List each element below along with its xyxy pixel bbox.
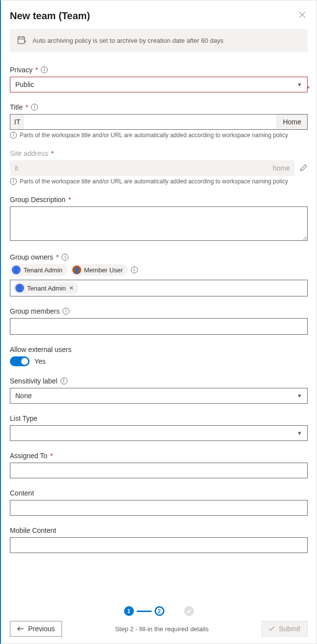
title-input[interactable]	[24, 115, 276, 129]
group-description-field: Group Description *	[10, 196, 308, 242]
allow-external-toggle[interactable]	[10, 356, 30, 366]
step-2[interactable]: 2	[155, 606, 164, 616]
allow-external-label: Allow external users	[10, 346, 71, 353]
avatar-icon: 👤	[12, 265, 21, 274]
site-helper-text: Parts of the workspace title and/or URL …	[20, 178, 288, 185]
avatar-icon: 👤	[72, 265, 81, 274]
archive-policy-banner: Auto archiving policy is set to archive …	[10, 29, 308, 52]
site-helper: i Parts of the workspace title and/or UR…	[10, 178, 308, 185]
required-mark: *	[35, 66, 38, 74]
calendar-icon	[17, 35, 27, 46]
group-owners-field: Group owners * i 👤 Tenant Admin 👤 Member…	[10, 253, 308, 296]
privacy-label: Privacy	[10, 66, 32, 74]
owner-selected-label: Tenant Admin	[27, 285, 66, 292]
group-description-input[interactable]	[10, 206, 308, 241]
footer: 1 2 Previous Step 2 - fill-in the requir…	[10, 606, 308, 637]
site-address-label: Site address	[10, 149, 48, 157]
info-icon[interactable]: i	[131, 266, 138, 273]
group-owners-suggestions: 👤 Tenant Admin 👤 Member User i	[10, 264, 308, 276]
group-members-label-row: Group members i	[10, 307, 308, 315]
sensitivity-label-row: Sensitivity label i	[10, 377, 308, 385]
privacy-value: Public	[15, 81, 34, 88]
owner-suggestion[interactable]: 👤 Tenant Admin	[10, 264, 67, 276]
error-indicator: *	[307, 85, 310, 92]
mobile-content-label: Mobile Content	[10, 527, 56, 534]
required-mark: *	[26, 103, 28, 111]
info-icon[interactable]: i	[31, 104, 38, 111]
list-type-field: List Type ▼	[10, 414, 308, 441]
required-mark: *	[56, 253, 59, 261]
mobile-content-input[interactable]	[10, 537, 308, 553]
banner-text: Auto archiving policy is set to archive …	[32, 37, 223, 44]
close-button[interactable]	[297, 9, 308, 22]
mobile-content-label-row: Mobile Content	[10, 527, 308, 534]
avatar-icon: 👤	[15, 284, 24, 293]
info-icon[interactable]: i	[41, 66, 48, 73]
content-field: Content	[10, 489, 308, 516]
privacy-field: Privacy * i Public ▼ *	[10, 66, 308, 92]
sensitivity-label: Sensitivity label	[10, 377, 58, 385]
previous-button[interactable]: Previous	[10, 621, 62, 637]
title-helper-text: Parts of the workspace title and/or URL …	[20, 132, 288, 139]
title-label: Title	[10, 103, 23, 111]
submit-button[interactable]: Submit	[261, 621, 308, 637]
group-members-field: Group members i	[10, 307, 308, 335]
group-description-label: Group Description	[10, 196, 65, 204]
site-address-display: it home	[10, 160, 295, 176]
header-row: New team (Team)	[10, 9, 308, 22]
assigned-to-input[interactable]	[10, 463, 308, 478]
group-owners-input[interactable]: 👤 Tenant Admin ✕	[10, 280, 308, 296]
title-field: Title * i IT Home i Parts of the workspa…	[10, 103, 308, 139]
remove-icon[interactable]: ✕	[69, 285, 74, 292]
allow-external-label-row: Allow external users	[10, 346, 308, 353]
owner-suggestion[interactable]: 👤 Member User	[70, 264, 128, 276]
owner-suggestion-label: Member User	[84, 266, 123, 274]
sensitivity-select[interactable]: None ▼	[10, 388, 308, 404]
list-type-label-row: List Type	[10, 414, 308, 422]
title-suffix: Home	[277, 115, 307, 129]
group-owners-label: Group owners	[10, 253, 53, 261]
edit-icon[interactable]	[300, 164, 308, 173]
svg-rect-2	[18, 37, 25, 43]
page-title: New team (Team)	[10, 10, 90, 22]
check-icon	[269, 625, 275, 633]
step-3	[184, 606, 194, 616]
owner-selected[interactable]: 👤 Tenant Admin ✕	[13, 282, 79, 294]
group-members-input[interactable]	[10, 318, 308, 335]
group-owners-label-row: Group owners * i	[10, 253, 308, 261]
sensitivity-field: Sensitivity label i None ▼	[10, 377, 308, 404]
info-icon[interactable]: i	[63, 308, 69, 315]
required-mark: *	[68, 196, 71, 204]
info-icon[interactable]: i	[61, 378, 67, 384]
allow-external-state: Yes	[34, 357, 46, 365]
privacy-label-row: Privacy * i	[10, 66, 308, 74]
title-helper: i Parts of the workspace title and/or UR…	[10, 132, 308, 139]
step-1[interactable]: 1	[124, 606, 134, 616]
footer-bar: Previous Step 2 - fill-in the required d…	[10, 621, 308, 637]
info-icon: i	[10, 132, 17, 139]
content-input[interactable]	[10, 500, 308, 516]
info-icon[interactable]: i	[62, 254, 68, 261]
group-members-label: Group members	[10, 307, 60, 315]
allow-external-field: Allow external users Yes	[10, 346, 308, 366]
step-connector	[137, 611, 152, 612]
site-prefix: it	[15, 164, 18, 172]
chevron-down-icon: ▼	[297, 430, 302, 436]
submit-label: Submit	[279, 625, 300, 633]
stepper: 1 2	[10, 606, 308, 616]
list-type-select[interactable]: ▼	[10, 425, 308, 441]
title-prefix: IT	[10, 115, 24, 129]
list-type-label: List Type	[10, 414, 37, 422]
content-label: Content	[10, 489, 34, 497]
content-label-row: Content	[10, 489, 308, 497]
info-icon: i	[10, 178, 17, 185]
toggle-knob	[21, 358, 28, 365]
assigned-to-field: Assigned To *	[10, 452, 308, 478]
assigned-to-label: Assigned To	[10, 452, 47, 460]
site-address-label-row: Site address *	[10, 149, 308, 157]
privacy-select[interactable]: Public ▼	[10, 77, 308, 92]
close-icon	[299, 11, 306, 20]
assigned-to-label-row: Assigned To *	[10, 452, 308, 460]
required-mark: *	[51, 149, 54, 157]
site-suffix: home	[273, 164, 290, 172]
